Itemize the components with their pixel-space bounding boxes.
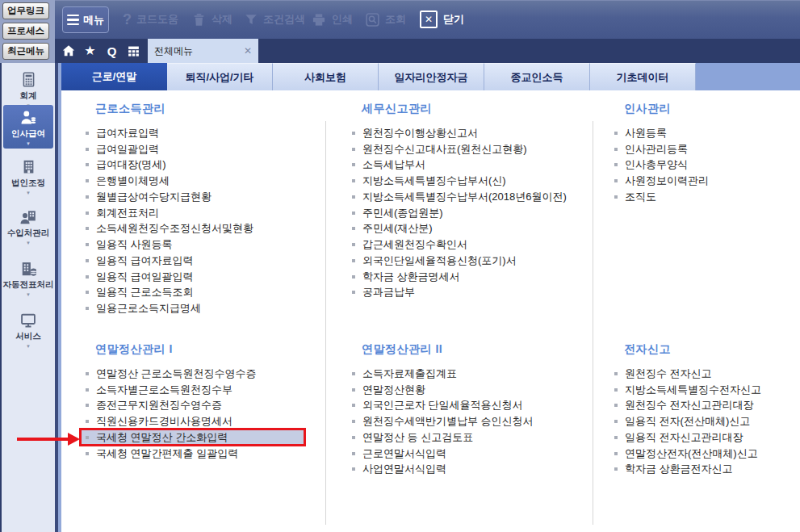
menu-item[interactable]: 갑근세원천징수확인서 <box>350 237 593 253</box>
chevron-down-icon: ▼ <box>26 344 31 349</box>
menu-item-label: 일용직 전자(전산매체)신고 <box>625 414 750 429</box>
sidebar-item-hr-payroll[interactable]: 인사급여▼ <box>3 105 53 149</box>
menu-item[interactable]: 외국인단일세율적용신청(포기)서 <box>350 253 593 269</box>
menu-item[interactable]: 원천징수세액반기별납부 승인신청서 <box>350 413 593 429</box>
menu-item[interactable]: 연말정산전자(전산매체)신고 <box>613 446 800 462</box>
menu-item[interactable]: 회계전표처리 <box>84 205 326 221</box>
toolbar-item-label: 삭제 <box>212 12 232 27</box>
calendar-icon[interactable] <box>123 39 145 63</box>
menu-item[interactable]: 사원등록 <box>613 125 800 141</box>
menu-item[interactable]: 일용근로소득지급명세 <box>84 300 326 316</box>
menu-item[interactable]: 월별급상여수당지급현황 <box>84 189 326 205</box>
menu-button[interactable]: 메뉴 <box>62 6 109 33</box>
menu-section-work-income-mgmt: 근로소득관리급여자료입력급여일괄입력급여대장(명세)은행별이체명세월별급상여수당… <box>84 102 326 316</box>
menu-item[interactable]: 사원정보이력관리 <box>613 173 800 189</box>
quick-button-2[interactable]: 최근메뉴 <box>2 43 49 60</box>
menu-item[interactable]: 소득세원천징수조정신청서및현황 <box>84 221 326 237</box>
menu-item-label: 일용근로소득지급명세 <box>96 301 201 316</box>
menu-item[interactable]: 연말정산 근로소득원천징수영수증 <box>84 366 326 382</box>
menu-item[interactable]: 조직도 <box>613 189 800 205</box>
menu-item-label: 학자금 상환금명세서 <box>362 270 460 284</box>
close-button[interactable]: ✕ 닫기 <box>420 0 464 39</box>
section-title: 근로소득관리 <box>95 102 326 116</box>
toolbar-item-printer[interactable]: 인쇄 <box>311 0 353 39</box>
toolbar-item-funnel[interactable]: 조건검색 <box>244 0 305 39</box>
toolbar-item-question[interactable]: ?코드도움 <box>123 0 178 39</box>
menu-item[interactable]: 지방소득세특별징수납부서(신) <box>350 173 593 189</box>
menu-item[interactable]: 일용직 근로소득조회 <box>84 285 326 301</box>
menu-item[interactable]: 인사관리등록 <box>613 141 800 157</box>
category-tab-bar: 근로/연말퇴직/사업/기타사회보험일자리안정자금종교인소득기초데이터 <box>61 63 800 90</box>
home-icon[interactable] <box>57 39 79 63</box>
menu-item[interactable]: 학자금 상환금전자신고 <box>613 462 800 478</box>
sidebar-item-revenue-mgmt[interactable]: 수입처관리▼ <box>3 205 53 247</box>
bullet-icon <box>352 436 355 439</box>
menu-item-label: 소득자료제출집계표 <box>362 367 457 381</box>
menu-item[interactable]: 일용직 급여자료입력 <box>84 253 326 269</box>
menu-item-label: 소득세납부서 <box>362 157 425 172</box>
menu-section-yearend-settlement-1: 연말정산관리 I연말정산 근로소득원천징수영수증소득자별근로소득원천징수부종전근… <box>84 342 326 462</box>
tab-close-icon[interactable]: ✕ <box>244 45 252 57</box>
menu-item[interactable]: 소득자료제출집계표 <box>350 366 593 382</box>
menu-item[interactable]: 소득자별근로소득원천징수부 <box>84 382 326 398</box>
menu-item[interactable]: 연말정산현황 <box>350 382 593 398</box>
sidebar-item-corporate-adjust[interactable]: 법인조정▼ <box>3 155 53 197</box>
menu-item[interactable]: 사업연말서식입력 <box>350 462 593 478</box>
menu-item[interactable]: 지방소득세특별징수납부서(2018년6월이전) <box>350 189 593 205</box>
menu-item[interactable]: 원천징수 전자신고관리대장 <box>613 398 800 414</box>
menu-item[interactable]: 일용직 전자신고관리대장 <box>613 429 800 446</box>
menu-item[interactable]: 종전근무지원천징수영수증 <box>84 398 326 414</box>
sidebar-item-accounting[interactable]: 회계▼ <box>3 68 53 110</box>
menu-item[interactable]: 급여대장(명세) <box>84 157 326 174</box>
toolbar-item-trash[interactable]: 삭제 <box>191 0 232 39</box>
sidebar-item-service[interactable]: 서비스▼ <box>3 308 53 350</box>
menu-item[interactable]: 주민세(종업원분) <box>350 205 593 221</box>
menu-list: 연말정산 근로소득원천징수영수증소득자별근로소득원천징수부종전근무지원천징수영수… <box>84 366 326 462</box>
menu-item[interactable]: 국세청 연말간편제출 일괄입력 <box>84 446 326 462</box>
tab-labor-yearend[interactable]: 근로/연말 <box>61 63 167 90</box>
tab-base-data[interactable]: 기초데이터 <box>590 63 696 90</box>
menu-section-hr-mgmt: 인사관리사원등록인사관리등록인사총무양식사원정보이력관리조직도 <box>613 102 800 205</box>
menu-item-label: 원천징수신고대사표(원천신고현황) <box>362 142 527 157</box>
tab-religious-income[interactable]: 종교인소득 <box>484 63 590 90</box>
bullet-icon <box>86 163 89 166</box>
tab-job-stability-fund[interactable]: 일자리안정자금 <box>379 63 484 90</box>
menu-item[interactable]: 공과금납부 <box>350 285 593 301</box>
app-window: { "left_panel": { "buttons": ["업무링크", "프… <box>0 0 800 532</box>
menu-item[interactable]: 은행별이체명세 <box>84 173 326 189</box>
menu-item[interactable]: 일용직 급여일괄입력 <box>84 269 326 285</box>
sidebar-item-auto-voucher[interactable]: 자동전표처리▼ <box>3 257 53 299</box>
bullet-icon <box>86 212 89 215</box>
menu-item[interactable]: 급여자료입력 <box>84 125 326 141</box>
menu-item[interactable]: 주민세(재산분) <box>350 221 593 237</box>
tab-label: 종교인소득 <box>511 70 563 85</box>
quick-button-1[interactable]: 프로세스 <box>2 23 49 40</box>
menu-item[interactable]: 원천징수신고대사표(원천신고현황) <box>350 141 593 157</box>
menu-item[interactable]: 일용직 사원등록 <box>84 237 326 253</box>
tab-retirement-business-etc[interactable]: 퇴직/사업/기타 <box>167 63 273 90</box>
document-tab-allmenu[interactable]: 전체메뉴 ✕ <box>148 39 258 63</box>
star-icon[interactable]: ★ <box>79 39 101 63</box>
menu-item[interactable]: 소득세납부서 <box>350 157 593 174</box>
quick-search-icon[interactable]: Q <box>101 39 123 63</box>
bullet-icon <box>86 243 89 246</box>
menu-item[interactable]: 지방소득세특별징수전자신고 <box>613 382 800 398</box>
menu-item[interactable]: 외국인근로자 단일세율적용신청서 <box>350 398 593 414</box>
toolbar-item-magnifier[interactable]: 조회 <box>365 0 406 39</box>
bullet-icon <box>614 388 618 392</box>
menu-item[interactable]: 연말정산 등 신고검토표 <box>350 429 593 446</box>
menu-item-label: 회계전표처리 <box>96 206 159 220</box>
tab-social-insurance[interactable]: 사회보험 <box>273 63 379 90</box>
menu-item[interactable]: 급여일괄입력 <box>84 141 326 157</box>
menu-item-label: 일용직 전자신고관리대장 <box>625 430 743 445</box>
menu-item[interactable]: 원천징수 전자신고 <box>613 366 800 382</box>
building-database-icon <box>19 259 37 279</box>
menu-item[interactable]: 인사총무양식 <box>613 157 800 174</box>
quick-button-0[interactable]: 업무링크 <box>2 2 49 19</box>
tab-label: 일자리안정자금 <box>395 70 468 85</box>
menu-item[interactable]: 근로연말서식입력 <box>350 446 593 462</box>
menu-item[interactable]: 학자금 상환금명세서 <box>350 269 593 285</box>
menu-item[interactable]: 일용직 전자(전산매체)신고 <box>613 413 800 429</box>
menu-item[interactable]: 원천징수이행상황신고서 <box>350 125 593 141</box>
menu-item-highlighted[interactable]: 국세청 연말정산 간소화입력 <box>84 429 326 446</box>
